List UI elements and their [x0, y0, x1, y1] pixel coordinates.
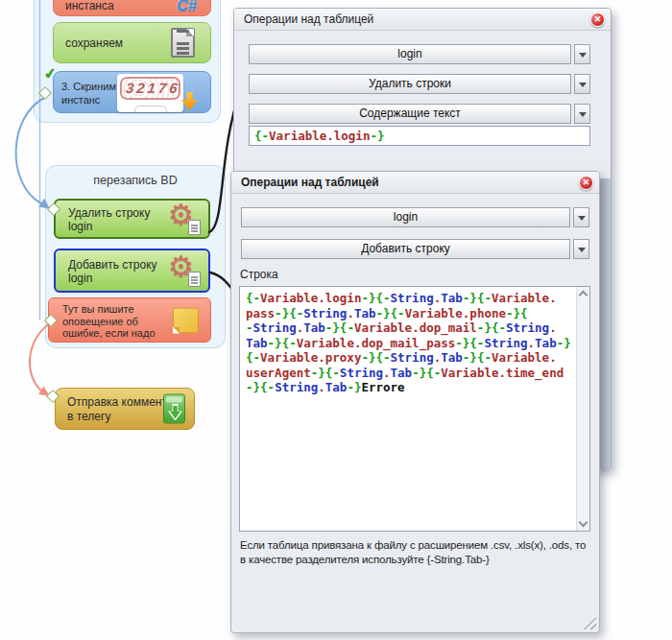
condition-select[interactable]: Содержащие текст — [249, 104, 590, 124]
dialog-titlebar[interactable]: Операции над таблицей ✕ — [234, 9, 611, 31]
operation-select[interactable]: Добавить строку — [241, 239, 589, 259]
captcha-thumbnail: 32176 — [117, 74, 183, 112]
flow-node-add-row[interactable]: Добавить строкуlogin ⚙ — [54, 249, 210, 293]
resize-grip[interactable] — [584, 617, 596, 629]
code-line: pass-}{-String.Tab-}{-Variable.phone-}{ — [246, 306, 572, 321]
checkmark-icon: ✔ — [43, 64, 58, 83]
flow-node-instance[interactable]: инстанса C# — [53, 0, 211, 16]
close-icon[interactable]: ✕ — [590, 12, 605, 27]
search-text-input[interactable]: {-Variable.login-} — [249, 126, 590, 146]
csharp-icon: C# — [178, 0, 197, 14]
dialog-titlebar[interactable]: Операции над таблицей ✕ — [231, 172, 599, 194]
flow-node-error-note[interactable]: Тут вы пишитеоповещение обошибке, если н… — [48, 297, 211, 343]
document-icon — [171, 28, 195, 58]
table-select-value[interactable]: login — [241, 207, 570, 227]
code-line: Tab-}{-Variable.dop_mail_pass-}{-String.… — [246, 336, 572, 351]
table-select[interactable]: login — [241, 207, 589, 227]
flow-node-delete-row[interactable]: Удалить строкуlogin ⚙ — [54, 199, 210, 239]
chevron-down-icon[interactable] — [573, 239, 589, 259]
condition-select-value[interactable]: Содержащие текст — [249, 104, 571, 124]
node-label: 3. Скриниминстанс — [61, 80, 116, 107]
flow-node-save[interactable]: сохраняем — [53, 22, 211, 63]
textarea-scrollbar[interactable] — [576, 287, 589, 531]
dialog-title: Операции над таблицей — [241, 176, 379, 189]
operation-select[interactable]: Удалить строки — [249, 74, 590, 94]
code-line: -}{-String.Tab-}Errore — [246, 380, 572, 395]
row-label: Строка — [240, 268, 278, 281]
table-operations-dialog-add: Операции над таблицей ✕ login Добавить с… — [230, 171, 600, 633]
close-icon[interactable]: ✕ — [579, 176, 593, 190]
code-line: {-Variable.proxy-}{-String.Tab-}{-Variab… — [246, 350, 572, 366]
dialog-scrollbar-thumb[interactable] — [600, 178, 611, 472]
gear-table-icon: ⚙ — [168, 254, 201, 287]
chevron-down-icon[interactable] — [573, 207, 589, 227]
chevron-down-icon[interactable] — [574, 104, 590, 124]
code-line: {-Variable.login-}{-String.Tab-}{-Variab… — [246, 291, 572, 306]
operation-select-value[interactable]: Удалить строки — [249, 74, 571, 94]
scroll-up-icon[interactable] — [579, 291, 588, 300]
group-title: перезапись BD — [46, 174, 225, 187]
hint-text: Если таблица привязана к файлу с расшире… — [240, 538, 586, 567]
node-label: Отправка комментав телегу — [67, 395, 173, 424]
code-line: -String.Tab-}{-Variable.dop_mail-}{-Stri… — [246, 320, 572, 336]
table-select-value[interactable]: login — [249, 44, 571, 64]
node-label: Удалить строкуlogin — [68, 206, 150, 233]
table-select[interactable]: login — [249, 44, 590, 64]
node-label: Тут вы пишитеоповещение обошибке, если н… — [62, 303, 156, 340]
download-icon — [163, 394, 185, 424]
sticky-note-icon — [173, 307, 199, 333]
node-label: инстанса — [65, 0, 114, 12]
gear-table-icon: ⚙ — [168, 202, 201, 235]
chevron-down-icon[interactable] — [574, 74, 590, 94]
chevron-down-icon[interactable] — [574, 44, 590, 64]
macro-code-text[interactable]: {-Variable.login-}{-String.Tab-}{-Variab… — [246, 291, 572, 395]
row-text-area[interactable]: {-Variable.login-}{-String.Tab-}{-Variab… — [239, 286, 590, 532]
dialog-title: Операции над таблицей — [244, 12, 373, 26]
flowchart-canvas: инстанса C# сохраняем 3. Скриниминстанс … — [0, 0, 672, 640]
node-label: сохраняем — [65, 36, 123, 50]
flow-node-telegram[interactable]: Отправка комментав телегу — [55, 388, 195, 430]
operation-select-value[interactable]: Добавить строку — [241, 239, 570, 259]
code-line: userAgent-}{-String.Tab-}{-Variable.time… — [246, 366, 572, 381]
scroll-down-icon[interactable] — [579, 518, 588, 528]
captcha-digits: 32176 — [125, 80, 180, 96]
node-label: Добавить строкуlogin — [68, 258, 157, 285]
